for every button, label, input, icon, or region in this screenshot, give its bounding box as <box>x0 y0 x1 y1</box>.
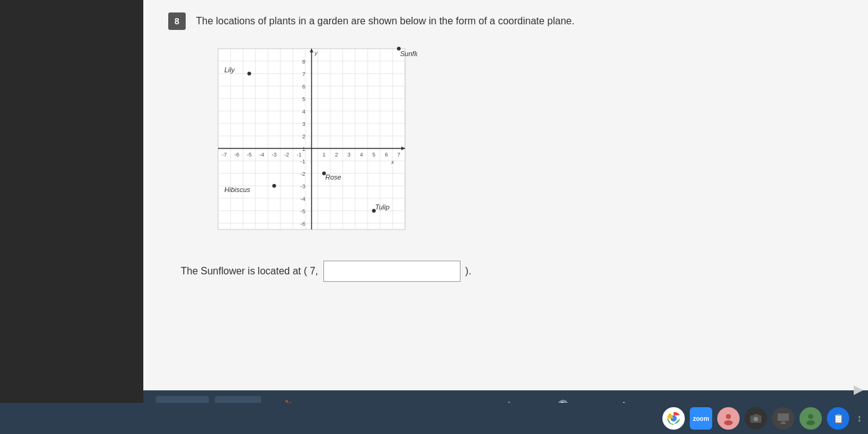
svg-point-73 <box>808 414 813 419</box>
svg-text:2: 2 <box>302 133 305 140</box>
svg-text:6: 6 <box>302 84 305 90</box>
answer-area: The Sunflower is located at ( 7, ). <box>181 261 843 282</box>
tulip-label: Tulip <box>375 203 389 211</box>
svg-rect-72 <box>780 423 786 424</box>
svg-point-68 <box>754 417 758 422</box>
coordinate-graph: -7 -6 -5 -4 -3 -2 -1 1 2 3 4 5 6 7 x 8 7… <box>206 42 417 242</box>
notification-icon[interactable]: ↕ <box>857 413 862 424</box>
answer-suffix: ). <box>465 266 472 277</box>
svg-text:-1: -1 <box>300 158 305 165</box>
svg-text:-1: -1 <box>297 152 302 158</box>
chrome-icon[interactable] <box>662 407 685 430</box>
contacts-icon[interactable] <box>717 407 740 430</box>
svg-text:-6: -6 <box>234 152 239 158</box>
svg-text:2: 2 <box>335 152 338 158</box>
sunflower-label: Sunflower <box>400 50 417 57</box>
svg-text:1: 1 <box>322 152 325 158</box>
svg-text:5: 5 <box>372 152 375 158</box>
svg-text:-5: -5 <box>247 152 252 158</box>
svg-text:-4: -4 <box>259 152 264 158</box>
svg-text:y: y <box>314 50 318 56</box>
hibiscus-label: Hibiscus <box>224 186 250 193</box>
svg-text:-3: -3 <box>272 152 277 158</box>
svg-text:-7: -7 <box>222 152 227 158</box>
lily-label: Lily <box>224 66 236 74</box>
graph-container: -7 -6 -5 -4 -3 -2 -1 1 2 3 4 5 6 7 x 8 7… <box>206 42 417 242</box>
svg-text:x: x <box>391 159 394 165</box>
svg-point-74 <box>806 420 815 425</box>
question-number: 8 <box>168 12 186 30</box>
svg-text:4: 4 <box>302 109 305 115</box>
zoom-icon[interactable]: zoom <box>690 407 712 430</box>
lily-dot <box>247 72 251 75</box>
svg-text:-2: -2 <box>284 152 289 158</box>
svg-text:6: 6 <box>384 152 388 158</box>
svg-text:4: 4 <box>360 152 363 158</box>
svg-marker-69 <box>753 414 760 416</box>
svg-text:5: 5 <box>302 96 305 102</box>
svg-point-65 <box>726 414 731 419</box>
svg-text:-4: -4 <box>300 196 305 202</box>
main-content: 8 The locations of plants in a garden ar… <box>143 0 868 399</box>
svg-rect-71 <box>781 422 785 423</box>
svg-text:-3: -3 <box>300 183 305 190</box>
left-panel <box>0 0 143 434</box>
answer-input[interactable] <box>323 261 460 282</box>
svg-text:7: 7 <box>302 71 305 77</box>
rose-label: Rose <box>325 173 341 181</box>
svg-text:3: 3 <box>347 152 350 158</box>
os-taskbar: zoom 📋 ↕ <box>0 403 868 434</box>
svg-point-66 <box>724 420 733 425</box>
svg-rect-70 <box>778 413 789 421</box>
right-edge-icon: ▶ <box>854 382 863 397</box>
monitor-icon[interactable] <box>772 407 794 430</box>
answer-prefix: The Sunflower is located at ( 7, <box>181 266 318 277</box>
camera-icon[interactable] <box>745 407 767 430</box>
svg-text:1: 1 <box>302 146 305 152</box>
svg-text:3: 3 <box>302 121 305 127</box>
user-icon[interactable] <box>799 407 822 430</box>
svg-text:-5: -5 <box>300 208 305 215</box>
hibiscus-dot <box>272 184 276 188</box>
svg-text:8: 8 <box>302 59 305 65</box>
question-header: 8 The locations of plants in a garden ar… <box>168 12 843 30</box>
question-text: The locations of plants in a garden are … <box>196 16 574 26</box>
edge-icon[interactable]: 📋 <box>827 407 849 430</box>
svg-text:-2: -2 <box>300 171 305 177</box>
svg-text:-6: -6 <box>300 221 305 227</box>
svg-text:7: 7 <box>397 152 400 158</box>
